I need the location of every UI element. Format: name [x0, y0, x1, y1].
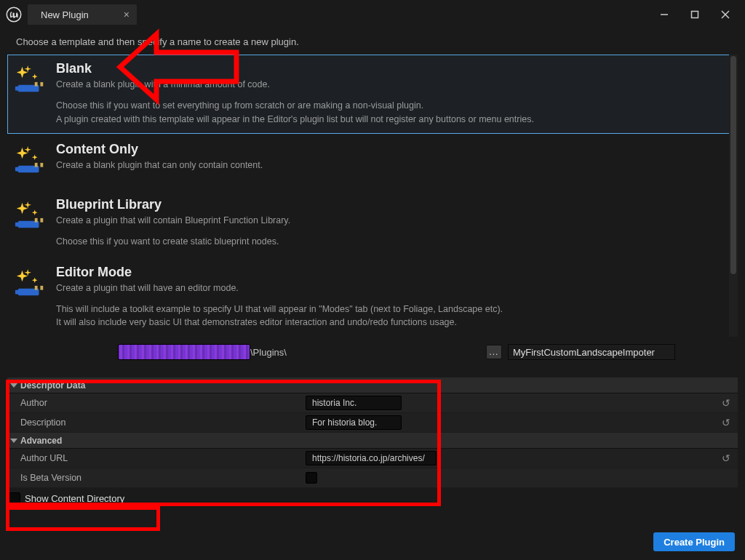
svg-rect-2 — [692, 12, 698, 18]
svg-marker-27 — [24, 269, 31, 276]
prop-author-url: Author URL ↺ — [7, 449, 738, 468]
template-extra: This will include a toolkit example to s… — [56, 303, 731, 330]
browse-path-button[interactable]: ... — [486, 345, 502, 359]
template-icon — [14, 142, 50, 181]
svg-rect-10 — [35, 82, 38, 87]
template-extra: Choose this if you want to create static… — [56, 235, 731, 249]
template-blank[interactable]: Blank Create a blank plugin with a minim… — [7, 55, 738, 134]
plugin-path-suffix: \Plugins\ — [250, 347, 287, 358]
reset-icon[interactable]: ↺ — [722, 397, 730, 409]
titlebar: New Plugin × — [0, 0, 745, 26]
close-tab-icon[interactable]: × — [124, 9, 130, 20]
svg-rect-9 — [15, 87, 23, 91]
description-input[interactable] — [306, 415, 402, 430]
template-list: Blank Create a blank plugin with a minim… — [7, 55, 738, 337]
template-blueprint-library[interactable]: Blueprint Library Create a plugin that w… — [7, 191, 738, 257]
close-window-button[interactable] — [710, 5, 741, 24]
reset-icon[interactable]: ↺ — [722, 452, 730, 464]
svg-marker-28 — [32, 277, 38, 283]
prop-label: Is Beta Version — [20, 473, 306, 483]
svg-marker-13 — [24, 146, 31, 153]
scrollbar-thumb[interactable] — [730, 56, 736, 274]
template-icon — [14, 61, 50, 126]
template-title: Blueprint Library — [56, 197, 731, 212]
tab-label: New Plugin — [41, 9, 89, 20]
author-input[interactable] — [306, 396, 402, 410]
window-controls — [649, 5, 741, 24]
svg-rect-31 — [35, 286, 38, 290]
show-content-checkbox[interactable] — [9, 492, 20, 504]
prop-author: Author ↺ — [7, 393, 738, 413]
svg-marker-7 — [32, 73, 38, 79]
template-icon — [14, 265, 50, 329]
template-extra: Choose this if you want to set everythin… — [56, 99, 731, 127]
svg-rect-16 — [15, 167, 23, 172]
show-content-label: Show Content Directory — [25, 493, 124, 504]
section-advanced[interactable]: Advanced — [7, 433, 738, 449]
template-desc: Create a blank plugin that can only cont… — [56, 159, 731, 172]
template-desc: Create a blank plugin with a minimal amo… — [56, 78, 731, 92]
caret-down-icon — [10, 383, 17, 388]
template-desc: Create a plugin that will have an editor… — [56, 281, 731, 295]
svg-marker-14 — [32, 155, 38, 161]
prop-label: Description — [20, 417, 306, 428]
unreal-logo-icon — [4, 5, 23, 24]
caret-down-icon — [10, 439, 17, 443]
minimize-button[interactable] — [649, 5, 680, 24]
template-title: Editor Mode — [56, 265, 731, 280]
section-label: Descriptor Data — [20, 380, 85, 391]
property-panel: Descriptor Data Author ↺ Description ↺ A… — [7, 377, 738, 488]
template-title: Blank — [56, 61, 731, 76]
tab-new-plugin[interactable]: New Plugin × — [28, 4, 137, 25]
template-title: Content Only — [56, 142, 731, 157]
svg-rect-24 — [35, 218, 38, 223]
reset-icon[interactable]: ↺ — [722, 417, 730, 428]
create-plugin-button[interactable]: Create Plugin — [653, 532, 735, 551]
svg-marker-21 — [32, 210, 38, 216]
plugin-path-obscured — [118, 344, 250, 360]
subtitle: Choose a template and then specify a nam… — [0, 26, 745, 55]
prop-label: Author — [20, 398, 306, 408]
template-desc: Create a plugin that will contain Bluepr… — [56, 214, 731, 228]
svg-marker-20 — [24, 201, 31, 209]
svg-rect-17 — [35, 163, 38, 167]
svg-rect-18 — [40, 163, 43, 167]
annotation-box-show-content — [6, 506, 160, 531]
template-editor-mode[interactable]: Editor Mode Create a plugin that will ha… — [7, 258, 738, 337]
section-label: Advanced — [20, 436, 62, 446]
prop-description: Description ↺ — [7, 413, 738, 433]
svg-marker-6 — [24, 65, 31, 73]
maximize-button[interactable] — [680, 5, 710, 24]
template-content-only[interactable]: Content Only Create a blank plugin that … — [7, 135, 738, 189]
svg-rect-25 — [40, 218, 43, 223]
plugin-path-row: \Plugins\ ... — [9, 343, 736, 361]
svg-rect-23 — [15, 223, 23, 227]
is-beta-checkbox[interactable] — [306, 472, 317, 484]
svg-rect-11 — [40, 82, 43, 87]
show-content-directory[interactable]: Show Content Directory — [9, 492, 736, 504]
section-descriptor-data[interactable]: Descriptor Data — [7, 377, 738, 393]
svg-rect-30 — [15, 289, 23, 294]
prop-label: Author URL — [20, 453, 306, 463]
plugin-name-input[interactable] — [508, 344, 675, 360]
prop-is-beta: Is Beta Version — [7, 468, 738, 488]
template-icon — [14, 197, 50, 249]
svg-rect-32 — [40, 286, 43, 290]
template-scrollbar[interactable] — [729, 55, 738, 337]
author-url-input[interactable] — [306, 451, 437, 465]
